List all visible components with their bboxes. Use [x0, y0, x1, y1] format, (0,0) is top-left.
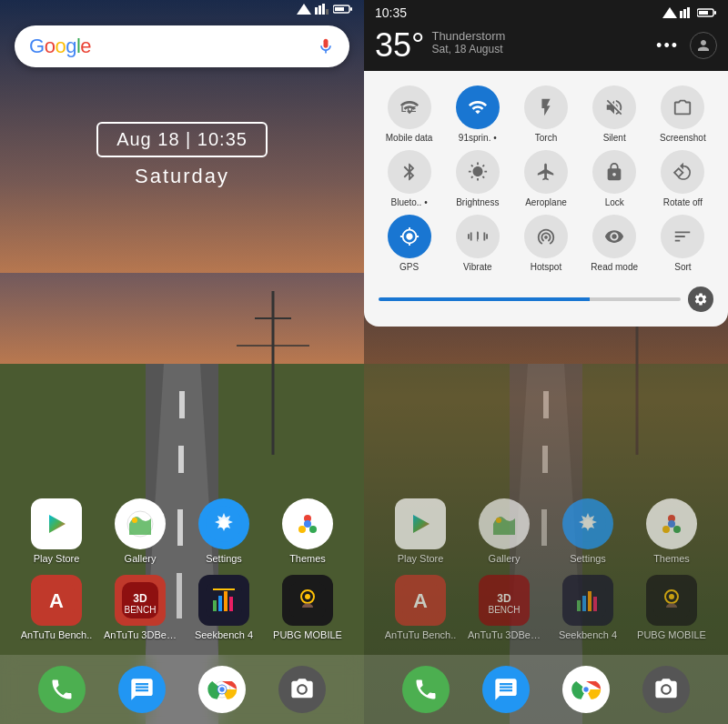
app-pubg[interactable]: PUBG MOBILE [271, 575, 344, 640]
svg-point-24 [132, 518, 137, 523]
seekbench-icon [198, 575, 249, 626]
user-avatar[interactable] [690, 32, 717, 59]
right-app-seekbench[interactable]: Seekbench 4 [551, 575, 624, 640]
right-app-antutu3d[interactable]: 3DBENCH AnTuTu 3DBen.. [468, 575, 541, 640]
dock-chrome[interactable] [198, 666, 246, 713]
right-playstore-icon [395, 498, 446, 549]
torch-btn[interactable] [524, 85, 568, 129]
left-search-bar[interactable]: Google [15, 25, 349, 67]
app-antutu[interactable]: A AnTuTu Bench.. [20, 575, 93, 640]
left-status-bar [0, 0, 364, 18]
silent-btn[interactable] [592, 85, 636, 129]
dock-camera[interactable] [278, 666, 326, 713]
qs-wifi[interactable]: 91sprin. • [447, 85, 508, 143]
aeroplane-label: Aeroplane [525, 197, 567, 207]
svg-rect-53 [543, 391, 549, 418]
right-pubg-label: PUBG MOBILE [635, 629, 708, 640]
svg-rect-86 [582, 596, 586, 611]
app-themes[interactable]: Themes [271, 498, 344, 564]
qs-read-mode[interactable]: Read mode [584, 215, 645, 272]
bluetooth-btn[interactable] [388, 150, 431, 194]
right-app-playstore[interactable]: Play Store [384, 498, 457, 564]
right-seekbench-label: Seekbench 4 [551, 629, 624, 640]
right-antutu-icon: A [395, 575, 446, 626]
mic-icon[interactable] [317, 37, 335, 55]
bluetooth-label: Blueto.. • [390, 197, 427, 207]
right-app-settings[interactable]: Settings [551, 498, 624, 564]
app-antutu3d[interactable]: 3D BENCH AnTuTu 3DBen.. [104, 575, 177, 640]
qs-hotspot[interactable]: Hotspot [515, 215, 576, 272]
right-app-gallery[interactable]: Gallery [468, 498, 541, 564]
sort-label: Sort [674, 262, 691, 272]
wifi-btn[interactable] [456, 85, 500, 129]
qs-torch[interactable]: Torch [515, 85, 576, 143]
mobile-data-label: Mobile data [386, 133, 433, 143]
lock-btn[interactable] [592, 150, 636, 194]
rotate-btn[interactable] [661, 150, 704, 194]
right-playstore-label: Play Store [384, 553, 457, 564]
themes-label: Themes [271, 553, 344, 564]
brightness-slider[interactable] [379, 297, 681, 301]
settings-gear-btn[interactable] [688, 287, 713, 312]
more-options-icon[interactable]: ••• [656, 36, 679, 55]
mobile-data-btn[interactable]: LTE [388, 85, 431, 129]
svg-rect-15 [322, 4, 325, 15]
right-app-themes[interactable]: Themes [635, 498, 708, 564]
right-app-pubg[interactable]: PUBG MOBILE [635, 575, 708, 640]
qs-mobile-data[interactable]: LTE Mobile data [379, 85, 440, 143]
svg-rect-3 [178, 446, 184, 473]
dock-messages[interactable] [118, 666, 166, 713]
right-themes-label: Themes [635, 553, 708, 564]
svg-rect-87 [588, 591, 592, 611]
right-dock-chrome[interactable] [562, 666, 610, 713]
svg-rect-14 [318, 5, 321, 15]
vibrate-btn[interactable] [456, 215, 500, 258]
gps-btn[interactable] [388, 215, 431, 258]
hotspot-btn[interactable] [524, 215, 568, 258]
qs-bluetooth[interactable]: Blueto.. • [379, 150, 440, 207]
qs-rotate[interactable]: Rotate off [652, 150, 713, 207]
app-playstore[interactable]: Play Store [20, 498, 93, 564]
right-dock-camera[interactable] [642, 666, 690, 713]
svg-point-76 [662, 526, 670, 533]
svg-rect-39 [218, 596, 222, 611]
brightness-label: Brightness [456, 197, 499, 207]
read-mode-btn[interactable] [592, 215, 636, 258]
qs-gps[interactable]: GPS [379, 215, 440, 272]
qs-screenshot[interactable]: Screenshot [652, 85, 713, 143]
screenshot-label: Screenshot [660, 133, 706, 143]
app-gallery[interactable]: Gallery [104, 498, 177, 564]
screenshot-btn[interactable] [661, 85, 704, 129]
svg-marker-12 [297, 4, 311, 15]
gps-label: GPS [399, 262, 419, 272]
read-mode-label: Read mode [591, 262, 638, 272]
right-dock [364, 655, 728, 724]
wifi-label: 91sprin. • [459, 133, 497, 143]
qs-lock[interactable]: Lock [584, 150, 645, 207]
dock-phone[interactable] [38, 666, 86, 713]
svg-rect-38 [213, 600, 217, 611]
app-seekbench[interactable]: Seekbench 4 [187, 575, 260, 640]
sort-btn[interactable] [661, 215, 704, 258]
qs-brightness[interactable]: Brightness [447, 150, 508, 207]
qs-sort[interactable]: Sort [652, 215, 713, 272]
right-app-antutu[interactable]: A AnTuTu Bench.. [384, 575, 457, 640]
svg-text:3D: 3D [497, 592, 511, 605]
settings-label: Settings [187, 553, 260, 564]
right-dock-phone[interactable] [402, 666, 450, 713]
qs-vibrate[interactable]: Vibrate [447, 215, 508, 272]
settings-icon-app [198, 498, 249, 549]
qs-aeroplane[interactable]: Aeroplane [515, 150, 576, 207]
svg-rect-89 [653, 582, 690, 618]
right-settings-label: Settings [551, 553, 624, 564]
pubg-label: PUBG MOBILE [271, 629, 344, 640]
svg-rect-40 [224, 591, 228, 611]
right-dock-messages[interactable] [482, 666, 530, 713]
qs-silent[interactable]: Silent [584, 85, 645, 143]
brightness-btn[interactable] [456, 150, 500, 194]
battery-status-icon [697, 7, 717, 18]
svg-rect-2 [179, 391, 185, 418]
aeroplane-btn[interactable] [524, 150, 568, 194]
svg-rect-85 [577, 600, 581, 611]
app-settings[interactable]: Settings [187, 498, 260, 564]
